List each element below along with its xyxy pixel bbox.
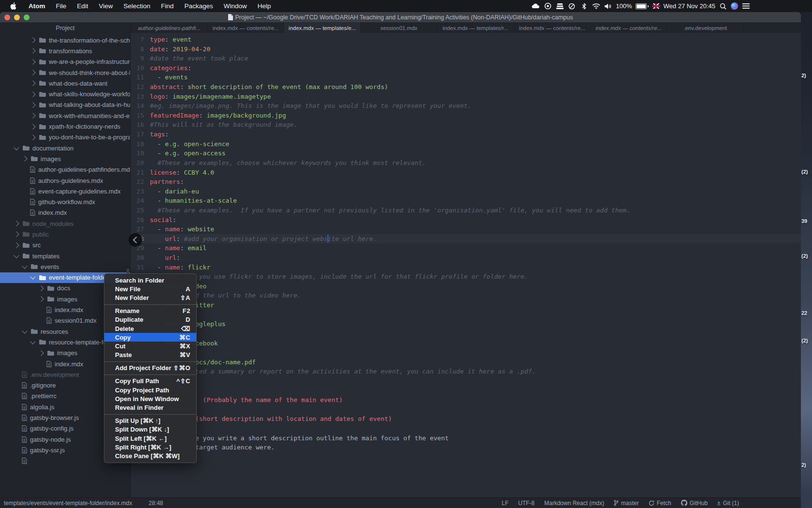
- tree-folder-what-skills-knowledge-workforces[interactable]: what-skills-knowledge-workforces: [0, 89, 130, 99]
- menu-item-file[interactable]: File: [51, 2, 72, 10]
- siri-icon[interactable]: [731, 2, 738, 10]
- editor-line-50[interactable]: 50 target audience were.: [130, 443, 801, 452]
- editor-line-43[interactable]: 43: [130, 376, 801, 386]
- editor-line-30[interactable]: 30 url:: [130, 253, 801, 263]
- editor-line-18[interactable]: 18 - e.g. open-science: [130, 139, 801, 149]
- editor-line-32[interactable]: 32 url: #if you use flickr to store imag…: [130, 272, 801, 282]
- tree-folder-the-transformation-of-the-scholar[interactable]: the-transformation-of-the-scholar: [0, 35, 130, 45]
- editor-line-46[interactable]: 46: [130, 405, 801, 415]
- window-title-bar[interactable]: Project — ~/Google Drive/TCD Work/DARIAH…: [0, 12, 801, 23]
- tree-folder-images[interactable]: images: [0, 153, 130, 164]
- editor-line-38[interactable]: 38 url:: [130, 329, 801, 339]
- editor-line-9[interactable]: 9#date the event took place: [130, 54, 801, 63]
- status-line-ending[interactable]: LF: [502, 500, 508, 507]
- chevron-right-icon[interactable]: [14, 221, 19, 226]
- battery-percentage[interactable]: 100%: [616, 2, 632, 10]
- editor-line-29[interactable]: 29 - name: email: [130, 243, 801, 253]
- tab-5[interactable]: index.mdx — templates/r...: [437, 23, 514, 33]
- tree-folder-transformations[interactable]: transformations: [0, 45, 130, 56]
- status-git-branch[interactable]: master: [614, 500, 639, 507]
- status-fetch-button[interactable]: Fetch: [649, 500, 671, 507]
- tree-folder-what-talking-about-data-in-human[interactable]: what-talking-about-data-in-human: [0, 100, 130, 110]
- status-git-changes[interactable]: ± Git (1): [717, 500, 739, 507]
- editor-line-20[interactable]: 20 #These are examples, choose whichever…: [130, 158, 801, 168]
- tab-7[interactable]: index.mdx — contents/re...: [591, 23, 667, 33]
- editor-line-19[interactable]: 19 - e.g. open-access: [130, 149, 801, 158]
- context-menu-item-cut[interactable]: Cut⌘X: [104, 342, 196, 350]
- stack-icon[interactable]: [555, 2, 564, 11]
- editor-line-37[interactable]: 37 - name: googleplus: [130, 319, 801, 329]
- menu-item-find[interactable]: Find: [156, 2, 179, 10]
- status-github-button[interactable]: GitHub: [681, 500, 708, 507]
- status-encoding[interactable]: UTF-8: [518, 500, 535, 507]
- editor-line-26[interactable]: 26social:: [130, 215, 801, 225]
- zoom-window-button[interactable]: [24, 15, 29, 20]
- context-menu-item-search-in-folder[interactable]: Search in Folder: [104, 276, 196, 284]
- chevron-right-icon[interactable]: [30, 124, 35, 129]
- menu-app-name[interactable]: Atom: [23, 2, 51, 10]
- editor-line-12[interactable]: 12abstract: short description of the eve…: [130, 82, 801, 92]
- editor-line-48[interactable]: 48: [130, 424, 801, 433]
- editor-line-33[interactable]: 33 - name: video: [130, 282, 801, 291]
- editor-line-13[interactable]: 13logo: images/imagename.imagetype: [130, 92, 801, 102]
- tree-folder-events[interactable]: events: [0, 261, 130, 272]
- tab-2[interactable]: index.mdx — contents/re...: [208, 23, 285, 33]
- editor-line-7[interactable]: 7type: event: [130, 35, 801, 45]
- chevron-right-icon[interactable]: [38, 285, 44, 291]
- editor-line-35[interactable]: 35 - name: twitter: [130, 300, 801, 310]
- chevron-down-icon[interactable]: [30, 274, 35, 280]
- editor-line-44[interactable]: 44: [130, 386, 801, 396]
- wifi-icon[interactable]: [592, 2, 600, 11]
- context-menu-item-rename[interactable]: RenameF2: [104, 307, 196, 315]
- tree-folder-templates[interactable]: templates: [0, 251, 130, 261]
- chevron-down-icon[interactable]: [30, 339, 35, 344]
- tree-file-event-capture-guidelines.mdx[interactable]: event-capture-guidelines.mdx: [0, 186, 130, 196]
- context-menu-item-paste[interactable]: Paste⌘V: [104, 351, 196, 359]
- chevron-right-icon[interactable]: [30, 81, 35, 86]
- context-menu-item-close-pane-k-w[interactable]: Close Pane [⌘K ⌘W]: [104, 451, 196, 460]
- status-cursor-position[interactable]: 28:48: [148, 500, 163, 507]
- context-menu-item-new-file[interactable]: New FileA: [104, 284, 196, 293]
- chevron-right-icon[interactable]: [30, 70, 35, 75]
- context-menu-item-add-project-folder[interactable]: Add Project Folder⇧⌘O: [104, 364, 196, 373]
- chevron-right-icon[interactable]: [30, 113, 35, 119]
- tree-file-authors-guidelines.mdx[interactable]: authors-guidelines.mdx: [0, 175, 130, 186]
- onedrive-icon[interactable]: [531, 2, 540, 11]
- context-menu-item-duplicate[interactable]: DuplicateD: [104, 315, 196, 324]
- chevron-down-icon[interactable]: [22, 263, 27, 269]
- editor-line-42[interactable]: 42#if you created a summary or report on…: [130, 367, 801, 376]
- chevron-down-icon[interactable]: [14, 253, 19, 258]
- editor-line-22[interactable]: 22partners:: [130, 177, 801, 187]
- editor-pane[interactable]: 7type: event8date: 2019-04-209#date the …: [130, 33, 801, 497]
- chevron-right-icon[interactable]: [30, 134, 35, 140]
- notification-center-icon[interactable]: [741, 2, 750, 11]
- menu-item-view[interactable]: View: [94, 2, 118, 10]
- tree-folder-node_modules[interactable]: node_modules: [0, 218, 130, 229]
- menu-bar-clock[interactable]: Wed 27 Nov 20:45: [664, 2, 715, 10]
- do-not-disturb-icon[interactable]: [567, 2, 576, 11]
- context-menu-item-delete[interactable]: Delete⌫: [104, 324, 196, 333]
- context-menu-item-new-folder[interactable]: New Folder⇧A: [104, 293, 196, 302]
- editor-line-10[interactable]: 10categories:: [130, 63, 801, 73]
- editor-line-24[interactable]: 24 - humanities-at-scale: [130, 196, 801, 206]
- context-menu-item-copy[interactable]: Copy⌘C: [104, 333, 196, 342]
- editor-line-21[interactable]: 21license: CCBY 4.0: [130, 168, 801, 178]
- context-menu-item-copy-full-path[interactable]: Copy Full Path^⇧C: [104, 377, 196, 386]
- chevron-right-icon[interactable]: [30, 91, 35, 97]
- editor-line-16[interactable]: 16#This will sit as the background image…: [130, 120, 801, 130]
- tree-folder-what-does-data-want[interactable]: what-does-data-want: [0, 78, 130, 89]
- chevron-down-icon[interactable]: [22, 328, 27, 333]
- editor-line-14[interactable]: 14#eg. images/image.png. This is the ima…: [130, 101, 801, 111]
- context-menu-item-split-up-k[interactable]: Split Up [⌘K ↑]: [104, 417, 196, 425]
- bluetooth-icon[interactable]: [580, 2, 588, 11]
- context-menu-item-open-in-new-window[interactable]: Open in New Window: [104, 394, 196, 403]
- tree-folder-we-are-a-people-infrastructure[interactable]: we-are-a-people-infrastructure: [0, 57, 130, 67]
- editor-line-39[interactable]: 39 - name: facebook: [130, 339, 801, 348]
- status-grammar[interactable]: Markdown React (mdx): [544, 500, 604, 507]
- chevron-down-icon[interactable]: [14, 145, 19, 150]
- tab-4[interactable]: session01.mdx: [361, 23, 438, 33]
- chevron-right-icon[interactable]: [30, 37, 35, 43]
- editor-line-31[interactable]: 31 - name: flickr: [130, 263, 801, 272]
- tree-file-author-guidelines-pathfinders.mdx[interactable]: author-guidelines-pathfinders.mdx: [0, 164, 130, 175]
- chevron-right-icon[interactable]: [38, 350, 44, 356]
